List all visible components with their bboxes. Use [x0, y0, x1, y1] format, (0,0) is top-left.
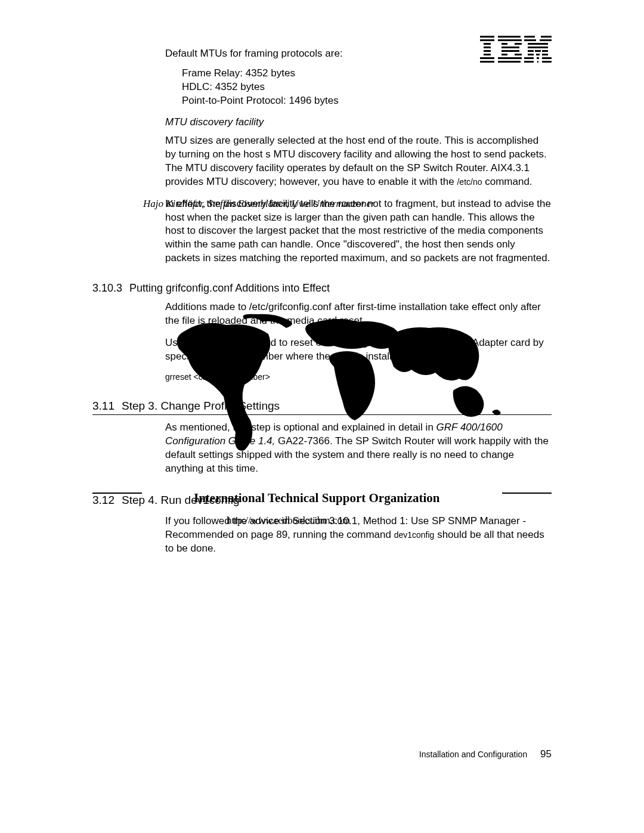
sec3103-p1: Additions made to /etc/grifconfig.conf a… [165, 301, 552, 328]
svg-rect-0 [480, 36, 494, 38]
ibm-logo-icon [480, 36, 552, 66]
svg-rect-9 [501, 43, 507, 45]
bullet-hdlc: HDLC: 4352 bytes [182, 80, 552, 94]
svg-rect-8 [484, 43, 491, 45]
page-content: Default MTUs for framing protocols are: … [92, 48, 552, 564]
svg-rect-1 [498, 36, 521, 38]
text: As mentioned, this step is optional and … [165, 422, 436, 433]
svg-rect-25 [536, 54, 540, 55]
svg-rect-26 [542, 54, 548, 55]
page-footer: Installation and Configuration 95 [419, 748, 552, 760]
section-number: 3.12 [92, 494, 114, 507]
svg-rect-28 [498, 57, 522, 59]
page-number: 95 [540, 748, 552, 760]
svg-rect-27 [480, 57, 494, 59]
svg-rect-16 [484, 50, 491, 52]
svg-rect-30 [537, 57, 539, 59]
svg-rect-22 [501, 54, 507, 55]
svg-rect-24 [528, 54, 534, 55]
mtu-paragraph-1: MTU sizes are generally selected at the … [165, 134, 552, 189]
mtu-bullets: Frame Relay: 4352 bytes HDLC: 4352 bytes… [182, 67, 552, 108]
overlay-rule-right [502, 493, 552, 494]
svg-rect-2 [524, 36, 535, 38]
section-number: 3.10.3 [92, 282, 122, 295]
svg-rect-21 [484, 54, 491, 55]
svg-rect-35 [537, 61, 538, 63]
section-number: 3.11 [92, 400, 114, 413]
svg-rect-17 [501, 50, 519, 52]
svg-rect-23 [515, 54, 522, 55]
svg-rect-3 [541, 36, 552, 38]
sec3103-p2: Use the grreset command to reset each co… [165, 336, 552, 364]
svg-rect-33 [498, 61, 521, 63]
bullet-ppp: Point-to-Point Protocol: 1496 bytes [182, 94, 552, 108]
text: Use the [165, 337, 203, 348]
section-3-10-3-heading: 3.10.3Putting grifconfig.conf Additions … [92, 282, 552, 295]
svg-rect-34 [524, 61, 534, 63]
svg-rect-4 [480, 39, 494, 41]
section-3-11-heading: 3.11Step 3. Change Profile Settings [92, 400, 552, 415]
svg-rect-15 [528, 47, 548, 48]
svg-rect-11 [528, 43, 538, 45]
sec312-p: If you followed the advice in Section 3.… [165, 515, 552, 556]
svg-rect-31 [542, 57, 552, 59]
svg-rect-12 [537, 43, 548, 45]
footer-label: Installation and Configuration [419, 750, 527, 759]
authors-overlay: Hajo Kitzhöfer, Steffen Eisenblätter, Uw… [143, 198, 375, 210]
mtu-subheading: MTU discovery facility [165, 116, 552, 128]
grreset-code: grreset <card_slot_number> [165, 372, 552, 382]
redbooks-url-overlay: http://www.redbooks.ibm.com [227, 515, 350, 527]
overlay-rule-left [92, 493, 142, 494]
svg-rect-10 [515, 43, 522, 45]
bullet-frame-relay: Frame Relay: 4352 bytes [182, 67, 552, 80]
ibm-logo [480, 36, 552, 66]
svg-rect-14 [501, 47, 519, 48]
svg-rect-5 [498, 39, 522, 41]
svg-rect-32 [480, 61, 494, 63]
itso-overlay: International Technical Support Organiza… [194, 491, 439, 506]
svg-rect-6 [524, 39, 536, 41]
sec311-p: As mentioned, this step is optional and … [165, 421, 552, 476]
svg-rect-19 [535, 50, 541, 52]
svg-rect-29 [524, 57, 534, 59]
dev1config-cmd: dev1config [394, 530, 435, 540]
svg-rect-7 [540, 39, 552, 41]
etc-no-command: /etc/no [457, 177, 482, 187]
svg-rect-20 [542, 50, 548, 52]
section-title: Putting grifconfig.conf Additions into E… [129, 282, 330, 294]
section-title: Step 3. Change Profile Settings [122, 400, 280, 412]
svg-rect-36 [542, 61, 552, 63]
svg-rect-18 [528, 50, 534, 52]
grreset-cmd: grreset [203, 338, 229, 348]
svg-rect-13 [484, 47, 491, 48]
text: command. [482, 176, 532, 187]
